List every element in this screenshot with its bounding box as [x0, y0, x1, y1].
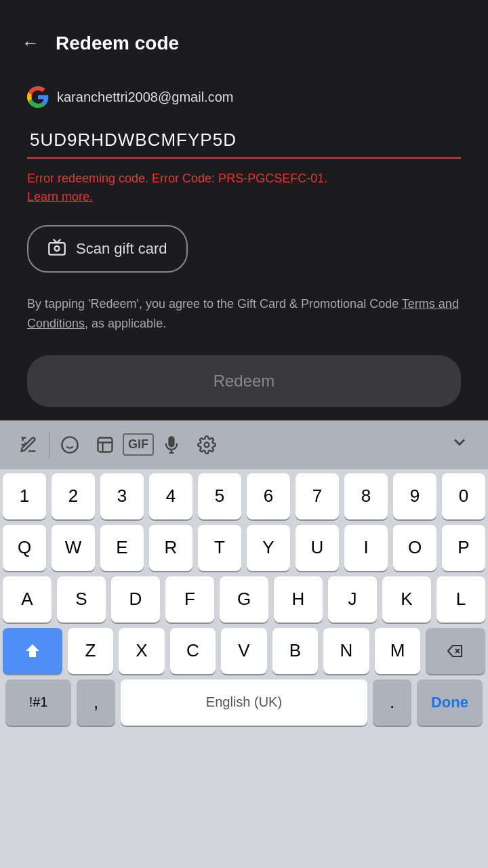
key-y[interactable]: Y	[247, 525, 290, 571]
keyboard-row-bottom: !#1 , English (UK) . Done	[3, 679, 485, 731]
svg-rect-0	[49, 243, 64, 255]
mic-icon[interactable]	[154, 430, 189, 460]
keyboard-toolbar: GIF	[0, 420, 488, 469]
key-4[interactable]: 4	[149, 473, 192, 519]
content-area: karanchettri2008@gmail.com Error redeemi…	[0, 73, 488, 420]
key-q[interactable]: Q	[3, 525, 46, 571]
key-1[interactable]: 1	[3, 473, 46, 519]
keyboard-row-qwerty: Q W E R T Y U I O P	[3, 525, 485, 571]
learn-more-link[interactable]: Learn more.	[27, 190, 93, 203]
space-key[interactable]: English (UK)	[121, 679, 367, 726]
redeem-button-label: Redeem	[214, 372, 275, 390]
emoji-icon[interactable]	[52, 430, 87, 460]
key-g[interactable]: G	[220, 576, 268, 623]
keyboard-row-asdf: A S D F G H J K L	[3, 576, 485, 623]
key-i[interactable]: I	[344, 525, 388, 571]
header: ← Redeem code	[0, 0, 488, 73]
account-email: karanchettri2008@gmail.com	[57, 90, 233, 105]
gif-icon[interactable]: GIF	[123, 433, 154, 456]
key-r[interactable]: R	[149, 525, 192, 571]
keyboard: GIF 1 2 3 4 5 6 7 8 9 0 Q W E	[0, 420, 488, 868]
account-row: karanchettri2008@gmail.com	[27, 86, 461, 108]
collapse-keyboard-button[interactable]	[442, 427, 477, 462]
key-0[interactable]: 0	[442, 473, 485, 519]
key-s[interactable]: S	[57, 576, 106, 623]
key-8[interactable]: 8	[344, 473, 388, 519]
key-z[interactable]: Z	[68, 628, 114, 674]
key-p[interactable]: P	[442, 525, 485, 571]
key-j[interactable]: J	[328, 576, 377, 623]
error-text: Error redeeming code. Error Code: PRS-PG…	[27, 172, 327, 185]
keyboard-key-rows: 1 2 3 4 5 6 7 8 9 0 Q W E R T Y U I O P …	[0, 469, 488, 868]
key-c[interactable]: C	[170, 628, 216, 674]
back-arrow-icon: ←	[22, 33, 39, 53]
back-button[interactable]: ←	[16, 27, 45, 59]
key-h[interactable]: H	[274, 576, 323, 623]
key-m[interactable]: M	[375, 628, 421, 674]
backspace-key[interactable]	[426, 628, 485, 674]
google-logo-icon	[27, 86, 49, 108]
code-input-wrapper	[27, 124, 461, 159]
done-key[interactable]: Done	[417, 679, 483, 726]
period-key[interactable]: .	[373, 679, 411, 726]
symbols-key[interactable]: !#1	[5, 679, 71, 726]
key-7[interactable]: 7	[296, 473, 339, 519]
key-e[interactable]: E	[100, 525, 144, 571]
svg-point-8	[205, 442, 209, 447]
scan-gift-card-button[interactable]: Scan gift card	[27, 225, 188, 273]
key-d[interactable]: D	[111, 576, 160, 623]
key-9[interactable]: 9	[393, 473, 436, 519]
key-l[interactable]: L	[436, 576, 485, 623]
svg-point-1	[55, 246, 60, 251]
settings-icon[interactable]	[189, 430, 224, 460]
key-2[interactable]: 2	[52, 473, 95, 519]
key-n[interactable]: N	[323, 628, 369, 674]
key-u[interactable]: U	[296, 525, 339, 571]
page-title: Redeem code	[56, 33, 179, 54]
key-6[interactable]: 6	[247, 473, 290, 519]
key-t[interactable]: T	[198, 525, 241, 571]
key-a[interactable]: A	[3, 576, 52, 623]
comma-key[interactable]: ,	[77, 679, 115, 726]
shift-key[interactable]	[3, 628, 62, 674]
key-3[interactable]: 3	[100, 473, 144, 519]
key-k[interactable]: K	[382, 576, 431, 623]
svg-rect-5	[98, 437, 113, 452]
key-o[interactable]: O	[393, 525, 436, 571]
key-b[interactable]: B	[272, 628, 319, 674]
keyboard-row-numbers: 1 2 3 4 5 6 7 8 9 0	[3, 473, 485, 519]
translate-icon[interactable]	[11, 430, 46, 460]
redeem-button[interactable]: Redeem	[27, 355, 461, 407]
scan-button-label: Scan gift card	[76, 240, 167, 258]
error-message: Error redeeming code. Error Code: PRS-PG…	[27, 170, 461, 206]
terms-text: By tapping 'Redeem', you agree to the Gi…	[27, 294, 461, 334]
sticker-icon[interactable]	[87, 430, 123, 460]
key-w[interactable]: W	[52, 525, 95, 571]
camera-icon	[47, 237, 66, 260]
key-x[interactable]: X	[119, 628, 165, 674]
key-v[interactable]: V	[221, 628, 267, 674]
code-input[interactable]	[27, 124, 461, 159]
key-f[interactable]: F	[165, 576, 214, 623]
svg-point-2	[62, 437, 77, 452]
keyboard-row-zxcv: Z X C V B N M	[3, 628, 485, 674]
key-5[interactable]: 5	[198, 473, 241, 519]
